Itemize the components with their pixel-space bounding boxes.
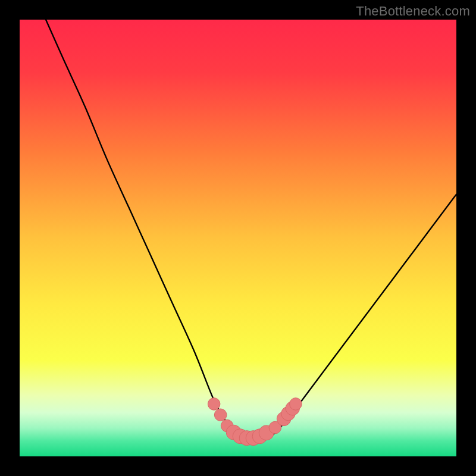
curve-marker — [290, 398, 302, 411]
curve-marker — [214, 409, 227, 421]
curve-marker — [208, 398, 220, 411]
plot-area — [20, 20, 456, 456]
chart-frame: TheBottleneck.com — [0, 0, 476, 476]
watermark-text: TheBottleneck.com — [356, 4, 470, 19]
bottleneck-curve — [20, 20, 456, 456]
